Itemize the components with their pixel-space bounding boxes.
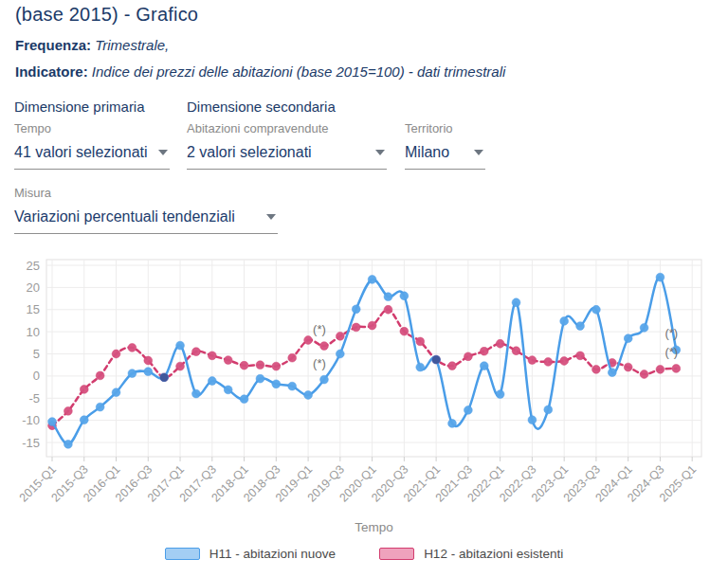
svg-text:(*): (*) xyxy=(313,356,326,370)
tempo-select-value: 41 valori selezionati xyxy=(14,144,148,161)
svg-text:-15: -15 xyxy=(22,436,40,450)
misura-select[interactable]: Variazioni percentuali tendenziali xyxy=(14,206,278,234)
misura-select-label: Misura xyxy=(14,186,278,206)
h12-series-swatch-icon xyxy=(379,548,414,560)
svg-text:0: 0 xyxy=(33,369,40,383)
page: (base 2015) - Grafico Frequenza: Trimest… xyxy=(0,0,728,577)
h11-series-swatch-icon xyxy=(165,548,200,560)
svg-text:(*): (*) xyxy=(664,326,678,340)
svg-text:-10: -10 xyxy=(22,413,40,427)
frequency-value: Trimestrale, xyxy=(95,37,169,53)
tempo-select[interactable]: 41 valori selezionati xyxy=(14,141,170,170)
legend-item-h12[interactable]: H12 - abitazioni esistenti xyxy=(379,547,563,561)
territorio-select[interactable]: Milano xyxy=(405,141,485,170)
territorio-select-value: Milano xyxy=(405,144,449,161)
territorio-select-group: Territorio Milano xyxy=(405,121,485,170)
svg-text:15: 15 xyxy=(27,302,40,316)
svg-text:10: 10 xyxy=(27,325,40,339)
chevron-down-icon xyxy=(375,150,385,155)
legend-label-h12: H12 - abitazioni esistenti xyxy=(424,547,563,561)
indicator-label: Indicatore: xyxy=(15,63,88,80)
legend-label-h11: H11 - abitazioni nuove xyxy=(209,547,336,561)
chart-area: 2520151050-5-10-152015-Q12015-Q32016-Q12… xyxy=(0,246,728,542)
svg-text:(*): (*) xyxy=(664,345,678,359)
abitazioni-select[interactable]: 2 valori selezionati xyxy=(187,141,387,170)
chevron-down-icon xyxy=(474,150,483,155)
tempo-select-label: Tempo xyxy=(14,121,170,141)
abitazioni-select-value: 2 valori selezionati xyxy=(187,144,312,161)
territorio-select-label: Territorio xyxy=(405,121,485,141)
svg-text:25: 25 xyxy=(27,259,40,273)
svg-text:-5: -5 xyxy=(28,391,40,406)
frequency-label: Frequenza: xyxy=(15,37,91,53)
frequency-line: Frequenza: Trimestrale, xyxy=(15,37,169,53)
chevron-down-icon xyxy=(266,214,276,220)
indicator-line: Indicatore: Indice dei prezzi delle abit… xyxy=(15,63,505,80)
chart-legend: H11 - abitazioni nuove H12 - abitazioni … xyxy=(0,547,728,561)
misura-select-group: Misura Variazioni percentuali tendenzial… xyxy=(14,186,278,234)
chevron-down-icon xyxy=(158,150,168,155)
indicator-value: Indice dei prezzi delle abitazioni (base… xyxy=(92,63,506,80)
primary-dimension-header: Dimensione primaria xyxy=(14,99,145,115)
svg-text:Tempo: Tempo xyxy=(355,520,393,534)
line-chart: 2520151050-5-10-152015-Q12015-Q32016-Q12… xyxy=(0,246,728,542)
abitazioni-select-group: Abitazioni compravendute 2 valori selezi… xyxy=(187,121,387,170)
svg-text:(*): (*) xyxy=(313,322,326,336)
legend-item-h11[interactable]: H11 - abitazioni nuove xyxy=(165,547,336,561)
page-title: (base 2015) - Grafico xyxy=(15,4,198,26)
svg-text:20: 20 xyxy=(27,280,40,295)
svg-text:5: 5 xyxy=(33,347,40,361)
secondary-dimension-header: Dimensione secondaria xyxy=(187,99,336,115)
abitazioni-select-label: Abitazioni compravendute xyxy=(187,121,387,141)
misura-select-value: Variazioni percentuali tendenziali xyxy=(14,208,235,225)
tempo-select-group: Tempo 41 valori selezionati xyxy=(14,121,170,170)
